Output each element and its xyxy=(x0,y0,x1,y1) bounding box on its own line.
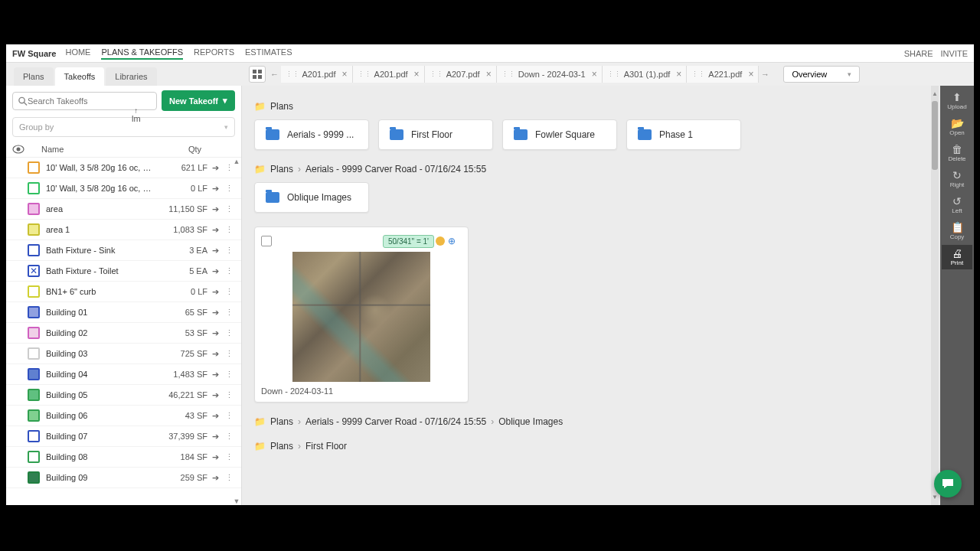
takeoff-row[interactable]: Building 09259 SF➔⋮ xyxy=(6,468,241,488)
crumb-plans[interactable]: Plans xyxy=(270,164,293,174)
goto-icon[interactable]: ➔ xyxy=(207,225,223,235)
goto-icon[interactable]: ➔ xyxy=(207,370,223,380)
scroll-up-icon[interactable]: ▲ xyxy=(233,158,240,165)
close-icon[interactable]: × xyxy=(748,69,753,80)
tool-open[interactable]: 📂Open xyxy=(942,115,972,139)
folder-card[interactable]: First Floor xyxy=(378,119,493,150)
tool-upload[interactable]: ⬆Upload xyxy=(942,89,972,113)
topnav-plans-takeoffs[interactable]: PLANS & TAKEOFFS xyxy=(101,47,183,60)
doc-tab[interactable]: ⋮⋮A201.pdf× xyxy=(281,66,353,83)
takeoff-name: area xyxy=(46,204,154,214)
takeoff-row[interactable]: Building 041,483 SF➔⋮ xyxy=(6,364,241,385)
goto-icon[interactable]: ➔ xyxy=(207,432,223,442)
takeoff-row[interactable]: 10' Wall, 3 5/8 20g 16 oc, 5/8...0 LF➔⋮ xyxy=(6,178,241,199)
eye-icon[interactable] xyxy=(12,145,28,154)
takeoff-name: Building 04 xyxy=(46,370,154,379)
goto-icon[interactable]: ➔ xyxy=(207,349,223,359)
tool-delete[interactable]: 🗑Delete xyxy=(942,141,972,165)
grid-view-button[interactable] xyxy=(249,66,266,83)
takeoff-row[interactable]: area11,150 SF➔⋮ xyxy=(6,199,241,220)
takeoff-row[interactable]: 10' Wall, 3 5/8 20g 16 oc, 5/...621 LF➔⋮ xyxy=(6,158,241,178)
doc-tab[interactable]: ⋮⋮Down - 2024-03-1× xyxy=(497,66,603,83)
goto-icon[interactable]: ➔ xyxy=(207,266,223,276)
tool-left[interactable]: ↺Left xyxy=(942,193,972,217)
goto-icon[interactable]: ➔ xyxy=(207,204,223,214)
search-box[interactable] xyxy=(12,92,157,110)
breadcrumb-oblique: 📁 Plans › Aerials - 9999 Carver Road - 0… xyxy=(254,416,928,427)
tab-nav-right[interactable]: → xyxy=(759,70,771,79)
scroll-down-icon[interactable]: ▼ xyxy=(932,494,938,500)
search-input[interactable] xyxy=(28,96,152,106)
takeoff-row[interactable]: Building 0253 SF➔⋮ xyxy=(6,323,241,344)
takeoff-row[interactable]: Building 03725 SF➔⋮ xyxy=(6,344,241,364)
takeoff-row[interactable]: Bath Fixture - Sink3 EA➔⋮ xyxy=(6,240,241,261)
takeoff-row[interactable]: Building 0643 SF➔⋮ xyxy=(6,406,241,426)
takeoff-row[interactable]: Building 0737,399 SF➔⋮ xyxy=(6,426,241,447)
doc-tab[interactable]: ⋮⋮A207.pdf× xyxy=(425,66,497,83)
crumb-plans[interactable]: Plans xyxy=(270,441,293,452)
groupby-select[interactable]: Group by ▾ xyxy=(12,117,235,137)
crumb-plans[interactable]: Plans xyxy=(270,416,293,427)
doc-tab[interactable]: ⋮⋮A221.pdf× xyxy=(687,66,759,83)
goto-icon[interactable]: ➔ xyxy=(207,308,223,318)
scroll-down-icon[interactable]: ▼ xyxy=(233,497,240,505)
goto-icon[interactable]: ➔ xyxy=(207,246,223,256)
takeoff-row[interactable]: area 11,083 SF➔⋮ xyxy=(6,220,241,240)
open-icon: 📂 xyxy=(951,118,964,129)
tool-print[interactable]: 🖨Print xyxy=(942,245,972,269)
topbar-share[interactable]: SHARE xyxy=(904,49,933,58)
goto-icon[interactable]: ➔ xyxy=(207,163,223,173)
takeoff-list: ▲ ▼ 10' Wall, 3 5/8 20g 16 oc, 5/...621 … xyxy=(6,158,241,505)
subtab-takeoffs[interactable]: Takeoffs xyxy=(55,67,105,86)
subtab-libraries[interactable]: Libraries xyxy=(106,67,156,86)
overview-select[interactable]: Overview ▾ xyxy=(783,66,860,83)
goto-icon[interactable]: ➔ xyxy=(207,473,223,483)
takeoff-row[interactable]: BN1+ 6" curb0 LF➔⋮ xyxy=(6,282,241,302)
folder-card[interactable]: Aerials - 9999 ... xyxy=(254,119,369,150)
goto-icon[interactable]: ➔ xyxy=(207,328,223,338)
doc-tab[interactable]: ⋮⋮A301 (1).pdf× xyxy=(603,66,688,83)
crumb-aerials[interactable]: Aerials - 9999 Carver Road - 07/16/24 15… xyxy=(305,416,486,427)
content-scrollbar[interactable]: ▲ ▼ xyxy=(931,86,939,505)
svg-rect-1 xyxy=(258,70,262,73)
thumb-checkbox[interactable] xyxy=(261,236,272,246)
folder-card[interactable]: Fowler Square xyxy=(502,119,617,150)
goto-icon[interactable]: ➔ xyxy=(207,184,223,194)
takeoff-row[interactable]: Building 0546,221 SF➔⋮ xyxy=(6,385,241,406)
scroll-thumb[interactable] xyxy=(932,101,938,170)
subtab-plans[interactable]: Plans xyxy=(14,67,54,86)
new-takeoff-button[interactable]: New Takeoff ▾ xyxy=(162,90,235,111)
folder-card[interactable]: Oblique Images xyxy=(254,182,369,213)
topnav-home[interactable]: HOME xyxy=(65,47,90,60)
doc-tab[interactable]: ⋮⋮A201.pdf× xyxy=(353,66,425,83)
topbar-invite[interactable]: INVITE xyxy=(941,49,968,58)
tab-nav-left[interactable]: ← xyxy=(269,70,281,79)
sidebar-scrollbar[interactable]: ▲ ▼ xyxy=(233,158,240,505)
close-icon[interactable]: × xyxy=(486,69,492,80)
crumb-aerials[interactable]: Aerials - 9999 Carver Road - 07/16/24 15… xyxy=(305,164,486,174)
tool-copy[interactable]: 📋Copy xyxy=(942,219,972,243)
swatch-icon xyxy=(28,430,40,442)
topnav-reports[interactable]: REPORTS xyxy=(194,47,234,60)
crumb-plans[interactable]: Plans xyxy=(270,101,293,112)
topnav-estimates[interactable]: ESTIMATES xyxy=(245,47,292,60)
tool-right[interactable]: ↻Right xyxy=(942,167,972,191)
close-icon[interactable]: × xyxy=(676,69,681,80)
takeoff-qty: 621 LF xyxy=(154,163,207,172)
close-icon[interactable]: × xyxy=(414,69,420,80)
goto-icon[interactable]: ➔ xyxy=(207,411,223,421)
takeoff-row[interactable]: ✕Bath Fixture - Toilet5 EA➔⋮ xyxy=(6,261,241,282)
takeoff-row[interactable]: Building 0165 SF➔⋮ xyxy=(6,302,241,323)
chat-fab[interactable] xyxy=(934,470,962,497)
close-icon[interactable]: × xyxy=(342,69,348,80)
thumbnail-card[interactable]: 50/341" = 1' ⊕ Down - 2024-03-11 xyxy=(254,227,469,403)
goto-icon[interactable]: ➔ xyxy=(207,390,223,400)
close-icon[interactable]: × xyxy=(592,69,597,80)
crumb-oblique[interactable]: Oblique Images xyxy=(498,416,563,427)
folder-card[interactable]: Phase 1 xyxy=(626,119,741,150)
crumb-firstfloor[interactable]: First Floor xyxy=(305,441,347,452)
folder-icon: 📁 xyxy=(254,164,266,174)
goto-icon[interactable]: ➔ xyxy=(207,287,223,297)
takeoff-row[interactable]: Building 08184 SF➔⋮ xyxy=(6,447,241,468)
goto-icon[interactable]: ➔ xyxy=(207,452,223,462)
